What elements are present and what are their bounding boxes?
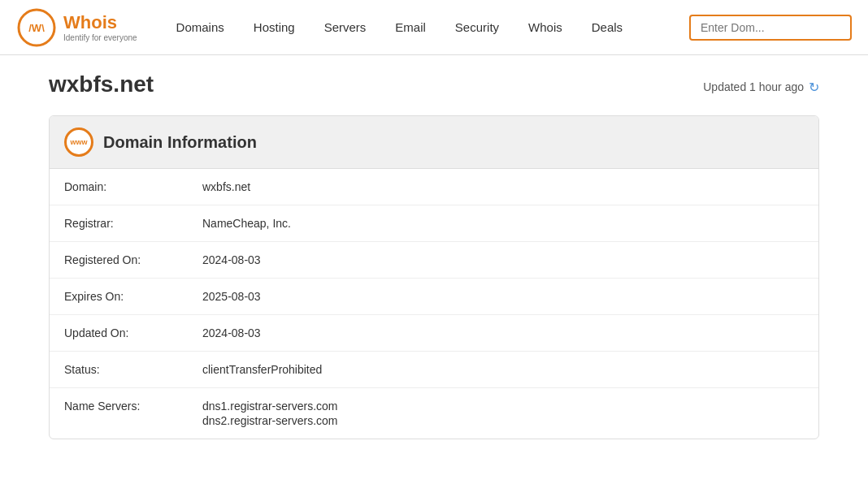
info-rows-container: Domain:wxbfs.netRegistrar:NameCheap, Inc… xyxy=(50,169,818,439)
nav-whois[interactable]: Whois xyxy=(514,0,577,55)
info-row: Registered On:2024-08-03 xyxy=(50,242,818,279)
info-label: Name Servers: xyxy=(64,400,202,413)
info-row: Registrar:NameCheap, Inc. xyxy=(50,205,818,242)
info-value: wxbfs.net xyxy=(202,180,250,193)
domain-info-card: www Domain Information Domain:wxbfs.netR… xyxy=(49,115,819,439)
svg-text:/W\: /W\ xyxy=(28,22,45,34)
domain-title: wxbfs.net xyxy=(49,71,154,97)
info-value: 2024-08-03 xyxy=(202,253,261,266)
nav-deals[interactable]: Deals xyxy=(577,0,637,55)
info-label: Status: xyxy=(64,363,202,376)
info-label: Updated On: xyxy=(64,326,202,339)
nav-security[interactable]: Security xyxy=(441,0,514,55)
logo-tagline: Identify for everyone xyxy=(63,33,137,42)
info-row: Status:clientTransferProhibited xyxy=(50,352,818,388)
refresh-icon[interactable]: ↻ xyxy=(809,80,819,95)
updated-label: Updated 1 hour ago xyxy=(703,80,804,93)
info-value: clientTransferProhibited xyxy=(202,363,322,376)
logo-icon: /W\ xyxy=(16,7,57,48)
updated-info: Updated 1 hour ago ↻ xyxy=(703,80,819,95)
info-label: Expires On: xyxy=(64,290,202,303)
info-label: Registered On: xyxy=(64,253,202,266)
nav-domains[interactable]: Domains xyxy=(162,0,239,55)
card-header: www Domain Information xyxy=(50,116,818,169)
info-value: dns1.registrar-servers.comdns2.registrar… xyxy=(202,400,338,427)
nav-servers[interactable]: Servers xyxy=(310,0,381,55)
logo-text: Whois Identify for everyone xyxy=(63,12,137,42)
nav-email[interactable]: Email xyxy=(380,0,441,55)
main-nav: Domains Hosting Servers Email Security W… xyxy=(162,0,689,55)
info-row: Domain:wxbfs.net xyxy=(50,169,818,205)
info-row: Expires On:2025-08-03 xyxy=(50,279,818,315)
logo-name: Whois xyxy=(63,12,137,33)
header: /W\ Whois Identify for everyone Domains … xyxy=(0,0,868,55)
main-content: wxbfs.net Updated 1 hour ago ↻ www Domai… xyxy=(0,55,868,456)
info-row: Name Servers:dns1.registrar-servers.comd… xyxy=(50,388,818,439)
info-value: 2024-08-03 xyxy=(202,326,261,339)
info-row: Updated On:2024-08-03 xyxy=(50,315,818,352)
info-label: Domain: xyxy=(64,180,202,193)
nav-hosting[interactable]: Hosting xyxy=(239,0,310,55)
search-input[interactable] xyxy=(689,15,852,41)
info-value: NameCheap, Inc. xyxy=(202,217,291,230)
logo[interactable]: /W\ Whois Identify for everyone xyxy=(16,7,137,48)
info-value: 2025-08-03 xyxy=(202,290,261,303)
www-icon: www xyxy=(64,127,93,157)
updated-row: wxbfs.net Updated 1 hour ago ↻ xyxy=(49,71,819,102)
card-title: Domain Information xyxy=(103,133,257,152)
info-label: Registrar: xyxy=(64,217,202,230)
